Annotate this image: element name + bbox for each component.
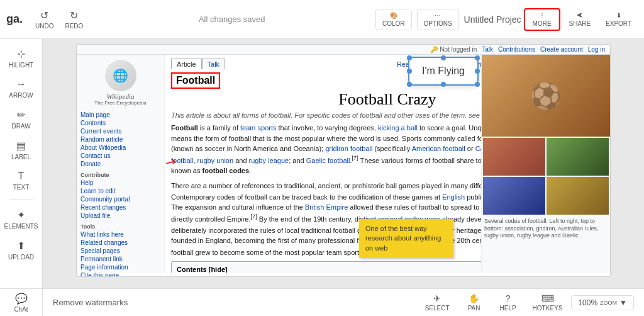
wiki-nav-main-page[interactable]: Main page bbox=[80, 111, 160, 119]
sidebar-item-elements[interactable]: ✦ ELEMENTS bbox=[4, 205, 39, 234]
wiki-nav-related[interactable]: Related changes bbox=[80, 239, 160, 247]
wiki-nav-current-events[interactable]: Current events bbox=[80, 127, 160, 135]
more-button[interactable]: ⋮ MORE bbox=[524, 8, 560, 31]
handle-tm[interactable] bbox=[441, 55, 446, 60]
color-button[interactable]: 🎨 COLOR bbox=[375, 9, 412, 30]
hotkeys-tool-button[interactable]: ⌨ HOTKEYS bbox=[526, 291, 569, 314]
save-status: All changes saved bbox=[93, 14, 370, 24]
wiki-nav-random[interactable]: Random article bbox=[80, 135, 160, 144]
project-title: Untitled Projec bbox=[464, 14, 521, 25]
wiki-nav-learn[interactable]: Learn to edit bbox=[80, 187, 160, 195]
export-icon: ⬇ bbox=[616, 12, 621, 19]
wiki-nav-cite[interactable]: Cite this page bbox=[80, 271, 160, 277]
label-label: LABEL bbox=[11, 154, 31, 161]
wiki-topbar: 🔑 Not logged in Talk Contributions Creat… bbox=[77, 45, 610, 55]
wiki-nav-about[interactable]: About Wikipedia bbox=[80, 144, 160, 152]
hotkeys-icon: ⌨ bbox=[541, 293, 554, 303]
redo-label: REDO bbox=[65, 23, 83, 30]
handle-ml[interactable] bbox=[407, 69, 412, 74]
wiki-image-grid bbox=[482, 137, 610, 216]
wiki-nav-recent[interactable]: Recent changes bbox=[80, 203, 160, 212]
wiki-left-nav: 🌐 Wikipedia The Free Encyclopedia Main p… bbox=[77, 55, 165, 273]
handle-mr[interactable] bbox=[475, 69, 480, 74]
football-title-box: Football bbox=[171, 72, 220, 89]
wiki-nav-contribute: Contribute Help Learn to edit Community … bbox=[80, 172, 160, 220]
pan-tool-button[interactable]: ✋ PAN bbox=[458, 291, 490, 314]
wiki-grid-img-3 bbox=[483, 177, 545, 215]
pan-label: PAN bbox=[468, 305, 480, 312]
handle-tr[interactable] bbox=[475, 55, 480, 60]
wiki-grid-img-2 bbox=[547, 138, 609, 176]
draw-label: DRAW bbox=[11, 123, 30, 130]
handle-br[interactable] bbox=[475, 82, 480, 87]
color-label: COLOR bbox=[382, 20, 405, 27]
sticky-note[interactable]: One of the best way research about anyit… bbox=[359, 219, 453, 258]
chat-button[interactable]: 💬 ChAt bbox=[0, 288, 43, 316]
handle-bm[interactable] bbox=[441, 82, 446, 87]
wiki-nav-contents[interactable]: Contents bbox=[80, 119, 160, 127]
zoom-button[interactable]: 100% ZOOM ▼ bbox=[571, 295, 634, 310]
undo-button[interactable]: ↺ UNDO bbox=[30, 7, 58, 32]
canvas-content: 🔑 Not logged in Talk Contributions Creat… bbox=[70, 44, 617, 283]
wiki-nav-upload[interactable]: Upload file bbox=[80, 212, 160, 220]
select-tool-button[interactable]: ✈ SELECT bbox=[419, 291, 456, 314]
wiki-not-logged: 🔑 Not logged in bbox=[430, 46, 477, 53]
wiki-tab-article[interactable]: Article bbox=[171, 59, 202, 69]
arrow-icon: → bbox=[16, 79, 26, 90]
wiki-tools-title: Tools bbox=[80, 223, 160, 230]
bottom-left: Remove watermarks bbox=[53, 298, 128, 307]
wiki-talk-link[interactable]: Talk bbox=[482, 46, 493, 53]
flying-tooltip[interactable]: I'm Flying bbox=[408, 57, 479, 86]
wiki-nav-tools: Tools What links here Related changes Sp… bbox=[80, 223, 160, 277]
wiki-log-in-link[interactable]: Log in bbox=[588, 46, 605, 53]
label-icon: ▤ bbox=[16, 140, 26, 152]
handle-bl[interactable] bbox=[407, 82, 412, 87]
wiki-body: 🌐 Wikipedia The Free Encyclopedia Main p… bbox=[77, 55, 610, 273]
sidebar-item-upload[interactable]: ⬆ UPLOAD bbox=[4, 236, 39, 264]
redo-button[interactable]: ↻ REDO bbox=[60, 7, 88, 32]
wiki-logo-image: 🌐 bbox=[105, 60, 136, 91]
toolbar-right: Untitled Projec ⋮ MORE ⮜ SHARE ⬇ EXPORT bbox=[464, 8, 638, 31]
wiki-nav-special[interactable]: Special pages bbox=[80, 247, 160, 255]
wiki-nav-donate[interactable]: Donate bbox=[80, 160, 160, 168]
help-tool-button[interactable]: ? HELP bbox=[492, 291, 524, 314]
wiki-nav-community[interactable]: Community portal bbox=[80, 195, 160, 203]
redo-icon: ↻ bbox=[70, 9, 78, 21]
sidebar-item-draw[interactable]: ✏ DRAW bbox=[4, 105, 39, 133]
elements-icon: ✦ bbox=[17, 209, 25, 221]
sidebar-item-label[interactable]: ▤ LABEL bbox=[4, 136, 39, 164]
wiki-nav-permanent[interactable]: Permanent link bbox=[80, 255, 160, 263]
wiki-create-account-link[interactable]: Create account bbox=[540, 46, 583, 53]
wiki-subtitle-text: This article is about all forms of footb… bbox=[171, 111, 525, 119]
export-label: EXPORT bbox=[606, 20, 631, 27]
bottom-right: ✈ SELECT ✋ PAN ? HELP ⌨ HOTKEYS 100% ZOO… bbox=[419, 291, 634, 314]
more-label: MORE bbox=[533, 20, 552, 27]
more-dots-icon: ⋮ bbox=[539, 12, 545, 19]
football-image-icon: ⚽ bbox=[530, 81, 562, 111]
sidebar-item-text[interactable]: T TEXT bbox=[4, 167, 39, 195]
wiki-nav-contact[interactable]: Contact us bbox=[80, 152, 160, 160]
pan-icon: ✋ bbox=[469, 293, 479, 303]
wiki-nav-help[interactable]: Help bbox=[80, 179, 160, 187]
main-canvas[interactable]: 🔑 Not logged in Talk Contributions Creat… bbox=[43, 39, 644, 288]
sidebar-item-hilight[interactable]: ⊹ HILIGHT bbox=[4, 44, 39, 72]
wiki-nav-page-info[interactable]: Page information bbox=[80, 263, 160, 271]
left-sidebar: ⊹ HILIGHT → ARROW ✏ DRAW ▤ LABEL T TEXT … bbox=[0, 39, 43, 316]
chat-label: ChAt bbox=[14, 306, 28, 313]
handle-tl[interactable] bbox=[407, 55, 412, 60]
share-icon: ⮜ bbox=[577, 12, 583, 19]
text-label: TEXT bbox=[13, 184, 30, 191]
wiki-tab-talk[interactable]: Talk bbox=[202, 59, 226, 69]
sidebar-item-arrow[interactable]: → ARROW bbox=[4, 75, 39, 103]
wiki-contributions-link[interactable]: Contributions bbox=[498, 46, 535, 53]
hotkeys-label: HOTKEYS bbox=[533, 305, 563, 312]
wiki-nav-what-links[interactable]: What links here bbox=[80, 230, 160, 239]
export-button[interactable]: ⬇ EXPORT bbox=[599, 9, 638, 30]
top-toolbar: ga. ↺ UNDO ↻ REDO All changes saved 🎨 CO… bbox=[0, 0, 644, 39]
wiki-contribute-title: Contribute bbox=[80, 172, 160, 178]
draw-icon: ✏ bbox=[17, 109, 25, 121]
elements-label: ELEMENTS bbox=[4, 223, 38, 230]
options-button[interactable]: ⋯ OPTIONS bbox=[417, 9, 459, 30]
share-button[interactable]: ⮜ SHARE bbox=[563, 9, 597, 30]
zoom-value: 100% bbox=[578, 298, 597, 307]
